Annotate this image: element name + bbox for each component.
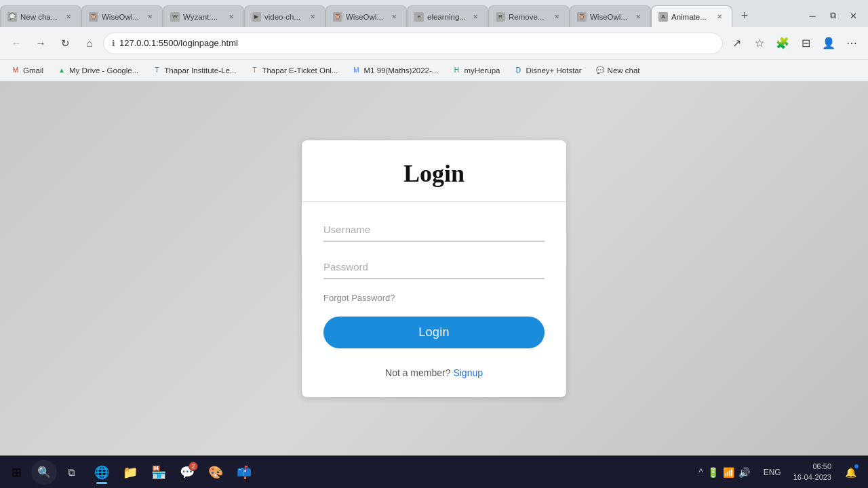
tab-6-title: elearning...: [427, 13, 467, 21]
bookmark-thapar1-label: Thapar Institute-Le...: [164, 66, 236, 75]
bookmark-hotstar-icon: D: [513, 66, 523, 75]
restore-button[interactable]: ⧉: [823, 6, 842, 25]
language-indicator[interactable]: ENG: [758, 465, 787, 480]
tab-2-title: WiseOwl...: [102, 13, 141, 21]
new-tab-button[interactable]: +: [734, 5, 755, 26]
tab-2-favicon: 🦉: [89, 12, 98, 22]
tab-8[interactable]: 🦉 WiseOwl... ✕: [570, 5, 651, 27]
bookmark-m1-label: M1 99(Maths)2022-...: [363, 66, 438, 75]
edge-icon: 🌐: [94, 465, 109, 480]
tab-7[interactable]: R Remove... ✕: [488, 5, 570, 27]
favorites-button[interactable]: ☆: [749, 33, 770, 54]
login-header: Login: [302, 140, 566, 202]
tab-2-close[interactable]: ✕: [144, 12, 155, 22]
tab-8-close[interactable]: ✕: [633, 12, 644, 22]
refresh-button[interactable]: ↻: [54, 33, 76, 54]
tab-8-title: WiseOwl...: [590, 13, 629, 21]
tab-4[interactable]: ▶ video-ch... ✕: [244, 5, 326, 27]
bookmark-myherupa[interactable]: H myHerupa: [446, 64, 505, 77]
back-button[interactable]: ←: [5, 33, 27, 54]
tray-expand-icon: ^: [698, 467, 703, 478]
username-input[interactable]: [323, 218, 545, 242]
tab-7-close[interactable]: ✕: [551, 12, 562, 22]
password-field: [323, 256, 545, 279]
taskbar-clock[interactable]: 06:50 16-04-2023: [789, 460, 835, 484]
tab-7-favicon: R: [496, 12, 505, 22]
teams-badge: 2: [189, 462, 198, 471]
bookmark-drive-icon: ▲: [57, 66, 66, 75]
clock-time: 06:50: [812, 462, 831, 472]
bookmark-hotstar-label: Disney+ Hotstar: [526, 66, 581, 75]
bookmark-newchat-icon: 💬: [595, 66, 605, 75]
tab-4-close[interactable]: ✕: [307, 12, 318, 22]
tab-5-close[interactable]: ✕: [389, 12, 399, 22]
toolbar: ← → ↻ ⌂ ℹ 127.0.0.1:5500/loginpage.html …: [0, 27, 868, 60]
split-screen-button[interactable]: ⊟: [795, 33, 816, 54]
tab-6-close[interactable]: ✕: [470, 12, 481, 22]
bookmark-myherupa-label: myHerupa: [464, 66, 500, 75]
forward-button[interactable]: →: [30, 33, 52, 54]
tab-9[interactable]: A Animate... ✕: [651, 5, 732, 27]
taskbar-right: ^ 🔋 📶 🔊 ENG 06:50 16-04-2023 🔔: [693, 460, 865, 485]
password-input[interactable]: [323, 256, 545, 279]
tab-6-favicon: e: [414, 12, 424, 22]
tab-9-close[interactable]: ✕: [714, 12, 725, 22]
bookmark-myherupa-icon: H: [452, 66, 461, 75]
tab-5[interactable]: 🦉 WiseOwl... ✕: [326, 5, 407, 27]
task-view-button[interactable]: ⧉: [58, 460, 84, 485]
not-member-text: Not a member?: [385, 367, 450, 378]
home-button[interactable]: ⌂: [79, 33, 100, 54]
bookmark-thapar2[interactable]: T Thapar E-Ticket Onl...: [244, 64, 343, 77]
extensions-button[interactable]: 🧩: [772, 33, 793, 54]
taskbar-pinned-apps: 🌐 📁 🏪 💬 2 🎨 📫: [88, 459, 258, 486]
signup-link[interactable]: Signup: [453, 367, 483, 378]
tab-3-close[interactable]: ✕: [226, 12, 237, 22]
start-button[interactable]: ⊞: [3, 459, 30, 486]
share-button[interactable]: ↗: [726, 33, 747, 54]
forgot-password-link[interactable]: Forgot Password?: [323, 293, 545, 303]
login-title: Login: [323, 159, 545, 188]
taskbar-tray[interactable]: ^ 🔋 📶 🔊: [693, 464, 755, 481]
profile-button[interactable]: 👤: [818, 33, 840, 54]
search-button[interactable]: 🔍: [31, 460, 57, 485]
bookmark-gmail[interactable]: M Gmail: [5, 64, 49, 77]
taskbar-teams[interactable]: 💬 2: [174, 459, 201, 486]
store-icon: 🏪: [151, 465, 166, 480]
task-view-icon: ⧉: [68, 466, 75, 479]
address-bar[interactable]: ℹ 127.0.0.1:5500/loginpage.html: [103, 33, 723, 54]
taskbar-edge[interactable]: 🌐: [88, 459, 115, 486]
address-info-icon: ℹ: [112, 39, 115, 48]
vscode-icon: 🎨: [208, 465, 223, 480]
tab-6[interactable]: e elearning... ✕: [407, 5, 488, 27]
tab-1[interactable]: 💬 New cha... ✕: [0, 5, 81, 27]
browser-frame: 💬 New cha... ✕ 🦉 WiseOwl... ✕ W Wyzant:.…: [0, 0, 868, 488]
bookmark-drive[interactable]: ▲ My Drive - Google...: [52, 64, 144, 77]
bookmark-gmail-icon: M: [11, 66, 20, 75]
login-button[interactable]: Login: [323, 317, 545, 348]
taskbar-explorer[interactable]: 📁: [117, 459, 144, 486]
bookmark-hotstar[interactable]: D Disney+ Hotstar: [508, 64, 587, 77]
tab-4-title: video-ch...: [264, 13, 304, 21]
taskbar-mail[interactable]: 📫: [231, 459, 258, 486]
taskbar-vscode[interactable]: 🎨: [202, 459, 229, 486]
search-icon: 🔍: [37, 466, 51, 479]
username-field: [323, 218, 545, 242]
toolbar-actions: ↗ ☆ 🧩 ⊟ 👤 ⋯: [726, 33, 863, 54]
bookmark-thapar1[interactable]: T Thapar Institute-Le...: [146, 64, 241, 77]
bookmark-newchat[interactable]: 💬 New chat: [590, 64, 646, 77]
taskbar-store[interactable]: 🏪: [145, 459, 172, 486]
tab-1-close[interactable]: ✕: [63, 12, 74, 22]
tab-9-title: Animate...: [671, 13, 711, 21]
tab-2[interactable]: 🦉 WiseOwl... ✕: [81, 5, 163, 27]
tab-3-title: Wyzant:...: [183, 13, 222, 21]
tab-3[interactable]: W Wyzant:... ✕: [163, 5, 244, 27]
more-button[interactable]: ⋯: [841, 33, 863, 54]
tab-8-favicon: 🦉: [577, 12, 587, 22]
minimize-button[interactable]: ─: [803, 6, 822, 25]
close-button[interactable]: ✕: [844, 6, 863, 25]
bookmark-thapar2-icon: T: [250, 66, 259, 75]
bookmark-m1[interactable]: M M1 99(Maths)2022-...: [346, 64, 443, 77]
tab-bar: 💬 New cha... ✕ 🦉 WiseOwl... ✕ W Wyzant:.…: [0, 0, 868, 27]
notification-button[interactable]: 🔔: [838, 460, 863, 485]
bookmark-newchat-label: New chat: [608, 66, 640, 75]
